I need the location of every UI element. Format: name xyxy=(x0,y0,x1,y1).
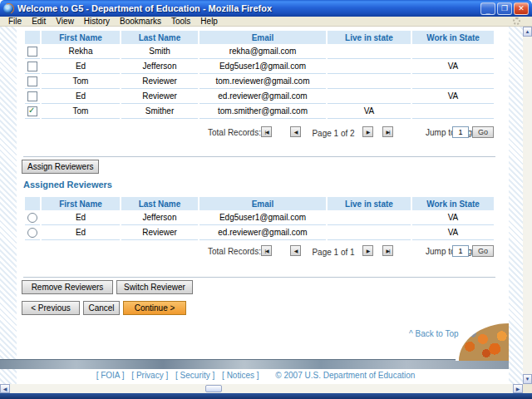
row-radio[interactable] xyxy=(27,213,37,223)
menu-tools[interactable]: Tools xyxy=(166,17,195,26)
menu-bookmarks[interactable]: Bookmarks xyxy=(115,17,166,26)
throbber-icon xyxy=(513,17,520,25)
continue-button[interactable]: Continue > xyxy=(123,301,186,315)
go-button[interactable]: Go xyxy=(472,126,494,138)
column-header: Work in State xyxy=(412,197,494,210)
table-row: Ed Reviewer ed.reviewer@gmail.com VA xyxy=(25,89,494,104)
column-header: Live in state xyxy=(328,197,411,210)
table-row: Ed Jefferson Edg5user1@gmail.com VA xyxy=(25,210,494,225)
last-page-icon[interactable]: ▶| xyxy=(382,126,393,137)
assign-reviewers-button[interactable]: Assign Reviewers xyxy=(22,160,99,174)
caret-up-icon: ^ xyxy=(409,329,413,338)
column-header: Email xyxy=(200,31,326,44)
scroll-up-icon[interactable]: ▲ xyxy=(523,27,532,37)
column-header: First Name xyxy=(42,31,120,44)
restore-button[interactable]: ❐ xyxy=(497,2,512,15)
row-radio[interactable] xyxy=(27,228,37,238)
menu-edit[interactable]: Edit xyxy=(27,17,51,26)
prev-page-icon[interactable]: ◀ xyxy=(290,245,301,256)
right-margin-pattern xyxy=(509,27,523,384)
scroll-down-icon[interactable]: ▼ xyxy=(523,374,532,384)
window-bottom-border xyxy=(0,393,532,399)
column-header: Work in State xyxy=(412,31,494,44)
firefox-icon xyxy=(3,3,14,14)
left-margin-pattern xyxy=(0,27,17,384)
menu-file[interactable]: File xyxy=(3,17,27,26)
next-page-icon[interactable]: ▶ xyxy=(362,245,373,256)
column-header: Email xyxy=(200,197,326,210)
go-button[interactable]: Go xyxy=(472,245,494,257)
copyright-text: © 2007 U.S. Department of Education xyxy=(275,371,415,380)
available-reviewers-table: First Name Last Name Email Live in state… xyxy=(23,31,495,119)
table-row: Rekha Smith rekha@gmail.com xyxy=(25,44,494,59)
page-footer: [ FOIA ] [ Privacy ] [ Security ] [ Noti… xyxy=(0,371,509,380)
column-header: Last Name xyxy=(121,31,198,44)
page-content: First Name Last Name Email Live in state… xyxy=(0,27,523,384)
total-records: Total Records: 6 xyxy=(208,128,268,137)
menu-view[interactable]: View xyxy=(51,17,79,26)
switch-reviewer-button[interactable]: Switch Reviewer xyxy=(116,280,193,294)
first-page-icon[interactable]: |◀ xyxy=(261,126,272,137)
divider xyxy=(23,156,495,157)
row-checkbox[interactable] xyxy=(27,91,37,101)
row-checkbox[interactable] xyxy=(27,47,37,57)
table-row: Ed Jefferson Edg5user1@gmail.com VA xyxy=(25,59,494,74)
available-pagination: Total Records: 6 |◀ ◀ Page 1 of 2 ▶ ▶| J… xyxy=(17,126,509,140)
select-column-header xyxy=(25,197,40,210)
browser-window: Welcome to G5 - Department of Education … xyxy=(0,0,532,399)
menu-history[interactable]: History xyxy=(79,17,115,26)
jump-to-page-label: Jump to Page xyxy=(426,247,477,256)
horizontal-scrollbar[interactable]: ◀ ▶ xyxy=(0,384,523,393)
prev-page-icon[interactable]: ◀ xyxy=(290,126,301,137)
foia-link[interactable]: FOIA xyxy=(101,371,120,380)
security-link[interactable]: Security xyxy=(180,371,210,380)
first-page-icon[interactable]: |◀ xyxy=(261,245,272,256)
table-header-row: First Name Last Name Email Live in state… xyxy=(25,197,494,210)
scrollbar-corner xyxy=(523,384,532,393)
cancel-button[interactable]: Cancel xyxy=(83,301,120,315)
table-row: Ed Reviewer ed.reviewer@gmail.com VA xyxy=(25,225,494,240)
next-page-icon[interactable]: ▶ xyxy=(362,126,373,137)
assigned-pagination: Total Records: 2 |◀ ◀ Page 1 of 1 ▶ ▶| J… xyxy=(17,245,509,259)
privacy-link[interactable]: Privacy xyxy=(136,371,164,380)
column-header: First Name xyxy=(42,197,120,210)
minimize-button[interactable]: _ xyxy=(480,2,495,15)
row-checkbox[interactable] xyxy=(27,76,37,86)
row-checkbox[interactable] xyxy=(27,62,37,71)
window-title: Welcome to G5 - Department of Education … xyxy=(17,3,480,13)
horizontal-scroll-thumb[interactable] xyxy=(205,385,222,392)
scroll-right-icon[interactable]: ▶ xyxy=(513,384,523,393)
wave-banner xyxy=(0,359,509,369)
column-header: Live in state xyxy=(328,31,411,44)
jump-to-page-input[interactable] xyxy=(452,126,469,138)
divider xyxy=(23,277,495,278)
table-row: Tom Smither tom.smither@gmail.com VA xyxy=(25,104,494,119)
vertical-scrollbar[interactable]: ▲ ▼ xyxy=(523,27,532,384)
back-to-top-link[interactable]: ^ Back to Top xyxy=(409,329,459,338)
select-column-header xyxy=(25,31,40,44)
close-button[interactable]: ✕ xyxy=(514,2,529,15)
assigned-reviewers-table: First Name Last Name Email Live in state… xyxy=(23,197,495,240)
assigned-reviewers-heading: Assigned Reviewers xyxy=(23,180,112,190)
scroll-left-icon[interactable]: ◀ xyxy=(0,384,10,393)
jump-to-page-input[interactable] xyxy=(452,245,469,257)
row-checkbox[interactable] xyxy=(27,106,37,116)
page-indicator: Page 1 of 2 xyxy=(308,129,359,138)
table-row: Tom Reviewer tom.reviewer@gmail.com xyxy=(25,74,494,89)
remove-reviewers-button[interactable]: Remove Reviewers xyxy=(22,280,113,294)
table-header-row: First Name Last Name Email Live in state… xyxy=(25,31,494,44)
menu-help[interactable]: Help xyxy=(195,17,223,26)
menu-bar: File Edit View History Bookmarks Tools H… xyxy=(0,17,532,27)
notices-link[interactable]: Notices xyxy=(227,371,254,380)
page-indicator: Page 1 of 1 xyxy=(308,248,359,257)
title-bar: Welcome to G5 - Department of Education … xyxy=(0,0,532,17)
last-page-icon[interactable]: ▶| xyxy=(382,245,393,256)
total-records: Total Records: 2 xyxy=(208,247,268,256)
previous-button[interactable]: < Previous xyxy=(22,301,80,315)
jump-to-page-label: Jump to Page xyxy=(426,128,477,137)
column-header: Last Name xyxy=(121,197,198,210)
main-area: First Name Last Name Email Live in state… xyxy=(17,27,509,384)
